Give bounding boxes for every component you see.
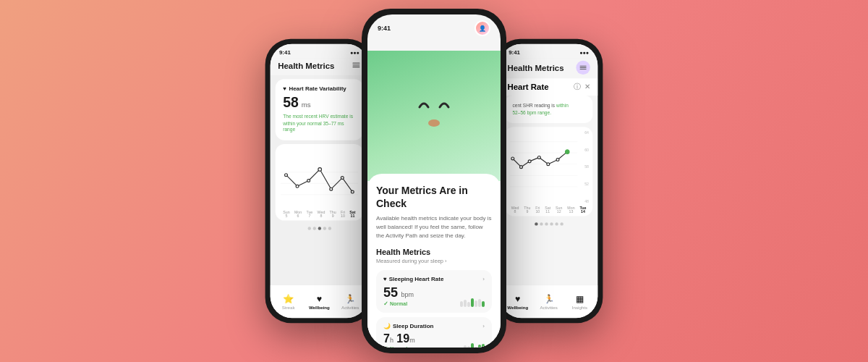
day-tue: Tue7 [306,210,312,218]
right-tab-insights[interactable]: ▦ Insights [564,294,595,310]
right-filter-icon[interactable] [576,61,590,75]
right-activities-icon: 🏃 [544,294,554,303]
dot-v-3 [467,302,470,307]
right-day-wed: Wed8 [511,206,519,214]
left-phone-screen: 9:41 ●●● Health Metrics [271,44,369,318]
dot-v-5 [475,300,477,307]
svg-point-10 [330,188,333,190]
dot-v-7 [482,301,485,307]
svg-point-7 [296,185,299,188]
shr-status: ✓ Normal [383,300,414,307]
right-day-mon: Mon13 [567,206,574,214]
battery-icon: ●●● [350,49,359,55]
right-tab-bar: ♥ Wellbeing 🏃 Activities ▦ Insights [500,285,598,318]
status-bar: 9:41 ●●● [271,44,369,58]
tab-wellbeing[interactable]: ♥ Wellbeing [304,294,335,310]
screen-title: Health Metrics [278,62,334,71]
sd-arrow: › [482,323,485,329]
center-main: Your Metrics Are in Check Available heal… [367,51,501,348]
streak-label: Streak [282,306,295,310]
shr-header: ♥ Sleeping Heart Rate › [383,276,485,282]
svg-point-24 [528,159,531,162]
right-day-tue: Tue14 [579,206,586,214]
dot-4 [323,227,326,230]
right-time: 9:41 [509,49,520,56]
hr-range-within: within [556,103,569,109]
tab-streak[interactable]: ⭐ Streak [273,294,304,310]
dot-5 [328,227,331,230]
hrv-card: ♥ Heart Rate Variability 58 ms The most … [276,79,363,140]
day-thu: Thu9 [330,210,336,218]
sd-chart-dots [460,343,485,348]
right-phone: 9:41 ●●● Health Metrics Heart Rate ⓘ ✕ [495,39,603,323]
right-wellbeing-icon: ♥ [515,294,520,304]
right-dot-1 [535,222,537,225]
right-dot-4 [550,222,553,225]
svg-point-8 [307,179,310,182]
right-dot-indicator [500,219,598,227]
screen-header: Health Metrics [271,58,369,75]
right-status-bar: 9:41 ●●● [500,44,598,58]
hr-range-detail: 52–56 bpm range. [512,110,551,116]
heart-header-icons: ⓘ ✕ [574,83,590,92]
filter-icon[interactable] [352,61,360,72]
left-phone-body: 9:41 ●●● Health Metrics [265,39,374,323]
sleeping-heart-rate-card[interactable]: ♥ Sleeping Heart Rate › 55 bpm [376,270,492,313]
center-time: 9:41 [378,25,391,32]
day-wed: Wed8 [318,210,326,218]
y-label-64: 64 [584,130,589,134]
right-day-sat: Sat11 [545,206,550,214]
right-dot-3 [545,222,548,225]
right-status-icons: ●●● [579,49,589,55]
right-insights-icon: ▦ [576,294,584,304]
sd-value-group: 7h 19m ✓ Normal [383,332,415,348]
right-tab-activities[interactable]: 🏃 Activities [533,294,564,309]
sd-title: 🌙 Sleep Duration [383,323,433,329]
svg-point-25 [537,156,540,159]
streak-icon: ⭐ [283,294,294,304]
shr-arrow: › [482,276,485,282]
center-phone-body: 9:41 👤 [362,9,506,353]
hrv-value: 58 [283,94,299,110]
right-screen-title: Health Metrics [507,63,563,72]
right-day-labels: Wed8 Thu9 Fri10 Sat11 Sun12 Mon13 Tue14 [510,206,587,214]
svg-point-12 [351,190,354,193]
hrv-chart-svg [281,149,358,206]
day-mon: Mon6 [294,210,302,218]
svg-point-11 [341,176,344,179]
main-description: Available health metrics indicate your b… [376,214,492,240]
status-icons: ●●● [350,49,359,55]
sleep-duration-card[interactable]: 🌙 Sleep Duration › 7h 19m [376,317,492,348]
y-label-58: 58 [584,165,589,169]
svg-point-9 [318,167,322,171]
health-metrics-section: Health Metrics Measured during your slee… [376,248,492,348]
section-subtitle[interactable]: Measured during your sleep [376,258,492,264]
hrv-chart: Sun5 Mon6 Tue7 Wed8 Thu9 Fri10 Sat11 [276,144,363,221]
wellbeing-icon: ♥ [317,294,322,304]
right-tab-wellbeing[interactable]: ♥ Wellbeing [502,294,533,310]
right-insights-label: Insights [572,306,587,310]
sd-status: ✓ Normal [383,345,415,348]
section-title: Health Metrics [376,248,492,256]
right-hr-chart: 64 60 58 52 48 Wed8 Thu9 Fri10 Sat11 Sun… [505,127,592,216]
shr-icon: ♥ [383,276,387,282]
svg-point-22 [511,157,514,160]
sd-header: 🌙 Sleep Duration › [383,323,485,329]
sd-dot-7 [482,344,485,348]
day-fri: Fri10 [341,210,345,218]
info-icon[interactable]: ⓘ [574,83,581,92]
shr-title: ♥ Sleeping Heart Rate [383,276,443,282]
hrv-unit: ms [302,101,311,109]
hr-description-text: cent SHR reading is within 52–56 bpm ran… [512,102,584,117]
right-phone-body: 9:41 ●●● Health Metrics Heart Rate ⓘ ✕ [495,39,603,323]
heart-rate-title: Heart Rate [507,83,548,92]
center-phone: 9:41 👤 [362,9,506,353]
close-icon[interactable]: ✕ [584,83,590,90]
y-label-48: 48 [584,199,589,203]
hr-description-card: cent SHR reading is within 52–56 bpm ran… [505,96,592,122]
dot-indicator [271,224,369,232]
right-battery-icon: ●●● [579,49,589,55]
y-label-52: 52 [584,182,589,185]
time: 9:41 [279,49,291,56]
avatar[interactable]: 👤 [475,20,490,36]
